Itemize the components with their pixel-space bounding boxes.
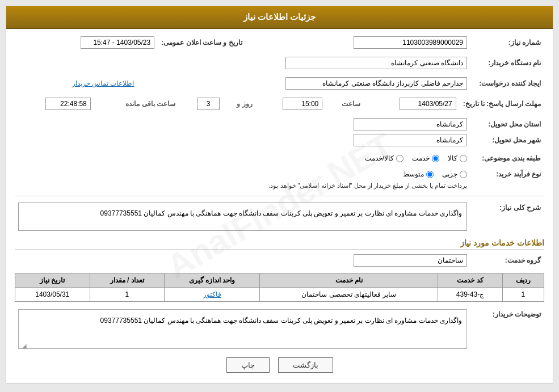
announce-datetime-label: تاریخ و ساعت اعلان عمومی: <box>158 35 245 50</box>
button-bar: بازگشت چاپ <box>15 357 544 373</box>
announce-datetime-input: 1403/05/23 - 15:47 <box>81 36 154 49</box>
table-row: 1 ج-43-439 سایر فعالیتهای تخصصی ساختمان … <box>15 288 544 302</box>
buyer-org-table: نام دستگاه خریدار: دانشگاه صنعتی کرمانشا… <box>15 55 544 71</box>
process-motavasset-label: متوسط <box>403 170 424 178</box>
deadline-days-input: 3 <box>197 98 220 110</box>
need-number-label: شماره نیاز: <box>470 35 544 50</box>
description-text: واگذاری خدمات مشاوره ای نظارت بر تعمیر و… <box>100 209 462 217</box>
category-options: کالا خدمت کالا/خدمت <box>15 153 470 164</box>
province-city-table: استان محل تحویل: کرمانشاه شهر محل تحویل:… <box>15 116 544 148</box>
category-radio-group: کالا خدمت کالا/خدمت <box>18 154 467 162</box>
main-content: AnalFinder.NET شماره نیاز: 1103003989000… <box>6 29 553 383</box>
province-label: استان محل تحویل: <box>470 116 544 132</box>
col-header-name: نام خدمت <box>260 273 438 288</box>
deadline-date-input: 1403/05/27 <box>400 98 456 110</box>
page-container: جزئیات اطلاعات نیاز AnalFinder.NET شماره… <box>6 6 553 383</box>
description-table: شرح کلی نیاز: واگذاری خدمات مشاوره ای نظ… <box>15 201 544 233</box>
province-value: کرمانشاه <box>185 116 470 132</box>
deadline-days-value: 3 <box>178 96 223 112</box>
row-date: 1403/05/31 <box>15 288 90 302</box>
deadline-remaining-value: 22:48:58 <box>15 96 94 112</box>
process-notice: پرداخت تمام یا بخشی از مبلغ خریدار از مح… <box>268 182 467 189</box>
col-header-unit: واحد اندازه گیری <box>164 273 259 288</box>
category-kala-khedmat-item: کالا/خدمت <box>365 154 404 162</box>
row-count: 1 <box>90 288 164 302</box>
deadline-time-label: ساعت <box>342 100 360 108</box>
category-kala-item: کالا <box>448 154 467 162</box>
buyer-desc-label: توضیحات خریدار: <box>470 307 544 351</box>
description-box: واگذاری خدمات مشاوره ای نظارت بر تعمیر و… <box>18 203 467 231</box>
creator-value: جدارحم فاضلی کاربرداز دانشگاه صنعتی کرما… <box>140 75 471 91</box>
city-input: کرمانشاه <box>354 134 467 146</box>
resize-handle[interactable]: ◢ <box>20 340 27 347</box>
process-motavasset-radio[interactable] <box>426 171 434 178</box>
row-name: سایر فعالیتهای تخصصی ساختمان <box>260 288 438 302</box>
buyer-desc-value: واگذاری خدمات مشاوره ای نظارت بر تعمیر و… <box>15 307 470 351</box>
creator-label: ایجاد کننده درخواست: <box>470 75 544 91</box>
row-code: ج-43-439 <box>438 288 502 302</box>
description-value: واگذاری خدمات مشاوره ای نظارت بر تعمیر و… <box>15 201 470 233</box>
contact-link[interactable]: اطلاعات تماس خریدار <box>72 79 135 87</box>
category-kala-radio[interactable] <box>460 155 467 162</box>
group-table: گروه خدمت: ساختمان <box>15 252 544 268</box>
buyer-org-value: دانشگاه صنعتی کرمانشاه <box>128 55 470 71</box>
announce-datetime-value: 1403/05/23 - 15:47 <box>15 35 158 50</box>
col-header-count: تعداد / مقدار <box>90 273 164 288</box>
deadline-time-input: 15:00 <box>283 98 322 110</box>
description-label: شرح کلی نیاز: <box>470 201 544 233</box>
category-kala-khedmat-label: کالا/خدمت <box>365 154 394 162</box>
process-motavasset-item: متوسط <box>403 170 434 178</box>
back-button[interactable]: بازگشت <box>278 357 333 373</box>
category-label: طبقه بندی موضوعی: <box>470 153 544 164</box>
city-value: کرمانشاه <box>185 132 470 148</box>
buyer-org-label: نام دستگاه خریدار: <box>470 55 544 71</box>
category-khedmat-label: خدمت <box>412 154 430 162</box>
category-kala-khedmat-radio[interactable] <box>396 155 404 162</box>
process-jozi-radio[interactable] <box>460 171 467 178</box>
group-input: ساختمان <box>354 254 467 267</box>
deadline-remaining-input: 22:48:58 <box>45 98 91 110</box>
creator-table: ایجاد کننده درخواست: جدارحم فاضلی کاربرد… <box>15 75 544 91</box>
deadline-table: مهلت ارسال پاسخ: تا تاریخ: 1403/05/27 سا… <box>15 96 544 112</box>
buyer-desc-box: واگذاری خدمات مشاوره ای نظارت بر تعمیر و… <box>18 309 467 349</box>
deadline-label: مهلت ارسال پاسخ: تا تاریخ: <box>460 96 544 112</box>
deadline-days-label: روز و <box>237 100 252 108</box>
buyer-desc-table: توضیحات خریدار: واگذاری خدمات مشاوره ای … <box>15 307 544 351</box>
category-khedmat-radio[interactable] <box>432 155 439 162</box>
process-options: جزیی متوسط <box>15 168 470 180</box>
print-button[interactable]: چاپ <box>226 357 270 373</box>
services-section-title: اطلاعات خدمات مورد نیاز <box>15 238 544 250</box>
separator-1 <box>15 196 544 196</box>
creator-input: جدارحم فاضلی کاربرداز دانشگاه صنعتی کرما… <box>285 77 467 90</box>
group-value: ساختمان <box>39 252 470 268</box>
buyer-org-input: دانشگاه صنعتی کرمانشاه <box>285 57 467 69</box>
page-header: جزئیات اطلاعات نیاز <box>6 6 553 29</box>
page-title: جزئیات اطلاعات نیاز <box>243 12 316 22</box>
process-radio-group: جزیی متوسط <box>18 170 467 178</box>
category-table: طبقه بندی موضوعی: کالا خدمت <box>15 153 544 164</box>
process-table: نوع فرآیند خرید: جزیی متوسط <box>15 168 544 191</box>
row-unit[interactable]: فاکتور <box>164 288 259 302</box>
deadline-date-value: 1403/05/27 <box>363 96 460 112</box>
need-number-value: 1103003989000029 <box>257 35 470 50</box>
process-label: نوع فرآیند خرید: <box>470 168 544 180</box>
top-info-table: شماره نیاز: 1103003989000029 تاریخ و ساع… <box>15 35 544 50</box>
need-number-input: 1103003989000029 <box>354 36 467 49</box>
process-jozi-item: جزیی <box>442 170 467 178</box>
category-khedmat-item: خدمت <box>412 154 439 162</box>
col-header-code: کد خدمت <box>438 273 502 288</box>
city-label: شهر محل تحویل: <box>470 132 544 148</box>
province-input: کرمانشاه <box>354 118 467 130</box>
process-jozi-label: جزیی <box>442 170 457 178</box>
buyer-desc-text: واگذاری خدمات مشاوره ای نظارت بر تعمیر و… <box>100 317 462 324</box>
deadline-remaining-label: ساعت باقی مانده <box>125 100 175 108</box>
service-table: ردیف کد خدمت نام خدمت واحد اندازه گیری ت… <box>15 273 544 302</box>
deadline-time-value: 15:00 <box>255 96 326 112</box>
col-header-row: ردیف <box>502 273 544 288</box>
row-number: 1 <box>502 288 544 302</box>
category-kala-label: کالا <box>448 154 457 162</box>
col-header-date: تاریخ نیاز <box>15 273 90 288</box>
group-label: گروه خدمت: <box>470 252 544 268</box>
